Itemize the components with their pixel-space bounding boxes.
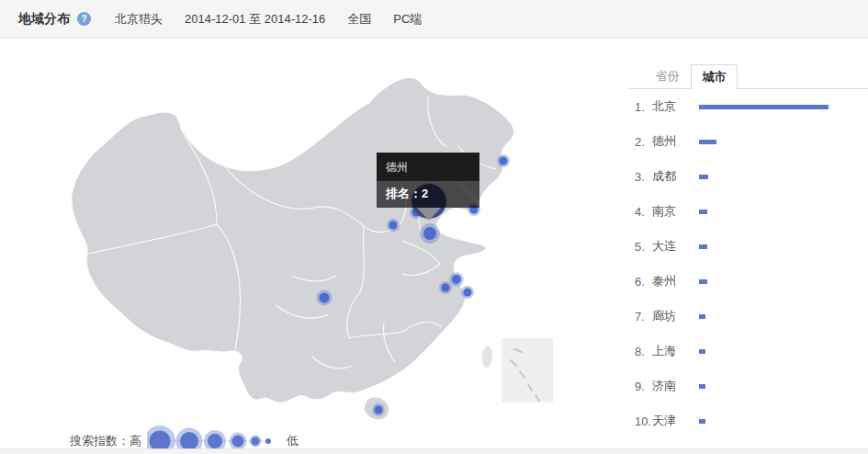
tooltip-pointer-icon <box>417 208 441 221</box>
tooltip-rank: 排名：2 <box>377 181 479 208</box>
ranking-row[interactable]: 9.济南 <box>628 369 868 403</box>
legend-circle <box>230 433 247 450</box>
platform-label: PC端 <box>393 11 422 28</box>
rank-bar <box>699 210 707 214</box>
rank-number: 5. <box>628 240 652 254</box>
rank-bar <box>699 175 708 179</box>
city-marker[interactable] <box>497 154 510 167</box>
rank-bar <box>699 140 716 144</box>
rank-bar <box>699 105 829 109</box>
rank-number: 10. <box>628 414 652 428</box>
help-icon[interactable]: ? <box>77 12 91 26</box>
city-marker[interactable] <box>316 289 332 305</box>
ranking-row[interactable]: 3.成都 <box>628 159 868 194</box>
tooltip-city: 德州 <box>377 153 479 181</box>
bottom-strip <box>0 448 868 454</box>
city-name: 济南 <box>652 378 699 394</box>
rank-number: 6. <box>628 275 652 289</box>
south-sea-inset <box>502 338 553 403</box>
city-name: 廊坊 <box>652 308 699 324</box>
rank-bar <box>699 279 707 284</box>
rank-number: 4. <box>628 205 652 219</box>
region-label: 全国 <box>347 11 371 28</box>
city-name: 北京 <box>652 98 699 115</box>
ranking-row[interactable]: 7.廊坊 <box>628 299 868 334</box>
rank-bar <box>699 314 705 319</box>
rank-number: 1. <box>628 100 652 114</box>
query-meta: 北京猎头 2014-12-01 至 2014-12-16 全国 PC端 <box>115 11 422 28</box>
rank-bar <box>699 384 705 389</box>
city-marker[interactable] <box>387 219 400 232</box>
city-name: 德州 <box>652 133 699 150</box>
city-marker[interactable] <box>461 286 474 299</box>
legend-circle <box>265 438 271 444</box>
city-name: 泰州 <box>652 273 699 289</box>
map-tooltip: 德州 排名：2 <box>377 153 479 208</box>
date-range-label: 2014-12-01 至 2014-12-16 <box>185 11 325 28</box>
city-name: 成都 <box>652 168 699 185</box>
ranking-row[interactable]: 10.天津 <box>628 403 868 438</box>
page-title: 地域分布 <box>18 11 70 28</box>
tab-city[interactable]: 城市 <box>691 64 738 89</box>
city-marker[interactable] <box>449 272 464 287</box>
header-bar: 地域分布 ? 北京猎头 2014-12-01 至 2014-12-16 全国 P… <box>0 0 868 39</box>
ranking-row[interactable]: 1.北京 <box>628 89 868 124</box>
rank-number: 7. <box>628 310 652 323</box>
ranking-row[interactable]: 2.德州 <box>628 124 868 159</box>
taiwan-island <box>482 346 492 368</box>
rank-number: 9. <box>628 380 652 393</box>
geo-distribution-panel: 地域分布 ? 北京猎头 2014-12-01 至 2014-12-16 全国 P… <box>0 0 868 454</box>
ranking-row[interactable]: 4.南京 <box>628 194 868 229</box>
rank-bar <box>699 419 705 424</box>
city-marker[interactable] <box>372 403 385 416</box>
rank-number: 8. <box>628 345 652 358</box>
rank-bar <box>699 349 705 354</box>
legend-circle <box>250 436 262 448</box>
city-name: 上海 <box>652 343 699 359</box>
ranking-row[interactable]: 6.泰州 <box>628 264 868 299</box>
legend-high-label: 搜索指数：高 <box>70 433 141 449</box>
china-map-land[interactable] <box>72 78 514 403</box>
city-marker[interactable] <box>439 281 452 294</box>
ranking-row[interactable]: 5.大连 <box>628 229 868 264</box>
city-ranking-list: 1.北京2.德州3.成都4.南京5.大连6.泰州7.廊坊8.上海9.济南10.天… <box>628 89 868 438</box>
rank-bar <box>699 244 707 249</box>
rank-number: 2. <box>628 135 652 149</box>
legend-low-label: 低 <box>287 433 299 449</box>
rank-number: 3. <box>628 170 652 184</box>
city-name: 南京 <box>652 203 699 220</box>
city-marker[interactable] <box>420 223 440 244</box>
keyword-label: 北京猎头 <box>115 11 163 28</box>
city-name: 天津 <box>652 413 699 429</box>
city-name: 大连 <box>652 238 699 255</box>
tab-province[interactable]: 省份 <box>644 64 691 88</box>
ranking-row[interactable]: 8.上海 <box>628 334 868 369</box>
ranking-sidebar: 省份 城市 1.北京2.德州3.成都4.南京5.大连6.泰州7.廊坊8.上海9.… <box>628 39 868 448</box>
